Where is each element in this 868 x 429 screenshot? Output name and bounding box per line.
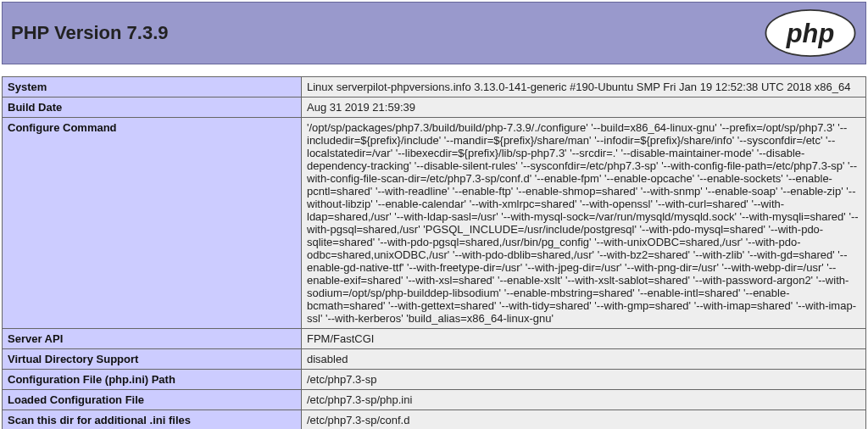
row-label: Configure Command xyxy=(3,118,302,329)
row-label: Loaded Configuration File xyxy=(3,390,302,410)
row-value: FPM/FastCGI xyxy=(302,329,866,349)
table-row: Server API FPM/FastCGI xyxy=(3,329,866,349)
php-logo-icon: php xyxy=(764,8,857,58)
row-value: /etc/php7.3-sp/conf.d xyxy=(302,410,866,430)
row-value: /etc/php7.3-sp/php.ini xyxy=(302,390,866,410)
table-row: Configuration File (php.ini) Path /etc/p… xyxy=(3,370,866,390)
phpinfo-header: PHP Version 7.3.9 php xyxy=(2,2,866,64)
row-label: Server API xyxy=(3,329,302,349)
row-label: Virtual Directory Support xyxy=(3,349,302,370)
row-value: disabled xyxy=(302,349,866,370)
table-row: Scan this dir for additional .ini files … xyxy=(3,410,866,430)
table-row: System Linux serverpilot-phpversions.inf… xyxy=(3,77,866,98)
svg-text:php: php xyxy=(786,19,834,48)
row-value: Linux serverpilot-phpversions.info 3.13.… xyxy=(302,77,866,98)
table-row: Build Date Aug 31 2019 21:59:39 xyxy=(3,98,866,118)
row-label: System xyxy=(3,77,302,98)
row-value: Aug 31 2019 21:59:39 xyxy=(302,98,866,118)
row-label: Build Date xyxy=(3,98,302,118)
php-version-title: PHP Version 7.3.9 xyxy=(11,22,168,44)
row-value: /etc/php7.3-sp xyxy=(302,370,866,390)
table-row: Loaded Configuration File /etc/php7.3-sp… xyxy=(3,390,866,410)
row-value: '/opt/sp/packages/php7.3/build/build/php… xyxy=(302,118,866,329)
table-row: Virtual Directory Support disabled xyxy=(3,349,866,370)
table-row: Configure Command '/opt/sp/packages/php7… xyxy=(3,118,866,329)
row-label: Configuration File (php.ini) Path xyxy=(3,370,302,390)
phpinfo-table: System Linux serverpilot-phpversions.inf… xyxy=(2,76,866,429)
row-label: Scan this dir for additional .ini files xyxy=(3,410,302,430)
